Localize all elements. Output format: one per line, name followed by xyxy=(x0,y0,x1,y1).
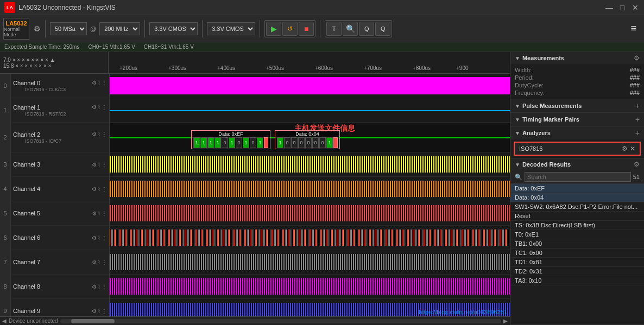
device-status: Device unconnected xyxy=(9,318,58,324)
maximize-button[interactable]: □ xyxy=(618,3,627,12)
link-icon-ch0[interactable]: ⋮ xyxy=(102,80,107,86)
iso7816-analyzer-row[interactable]: ISO7816 ⚙ ✕ xyxy=(514,142,641,156)
measurements-gear-icon[interactable]: ⚙ xyxy=(634,54,640,62)
scroll-right-arrow[interactable]: ▶ xyxy=(503,318,508,324)
scroll-track[interactable] xyxy=(60,319,501,323)
bit-p1-6: 1 xyxy=(229,137,235,148)
gear-icon-ch0[interactable]: ⚙ xyxy=(92,80,97,86)
wave-icon-ch7[interactable]: ⌇ xyxy=(98,259,100,265)
analyzers-add-icon[interactable]: + xyxy=(635,129,640,137)
decoded-results-list[interactable]: Data: 0xEF Data: 0x04 SW1-SW2: 0x6A82 Ds… xyxy=(510,184,644,324)
gear-icon-ch5[interactable]: ⚙ xyxy=(92,211,97,216)
decoded-item-4[interactable]: TS: 0x3B Dsc:Direct(LSB first) xyxy=(510,221,644,230)
decoded-item-8[interactable]: TD1: 0x81 xyxy=(510,258,644,267)
wave-icon-ch1[interactable]: ⌇ xyxy=(98,104,100,110)
toolbar-separator2 xyxy=(144,20,145,37)
channel-row-0: 0 Channel 0 ⚙ ⌇ ⋮ ISO7816 - CLK/C3 xyxy=(0,74,510,98)
timing-markers-header[interactable]: ▼ Timing Marker Pairs + xyxy=(510,113,644,126)
titlebar-controls: — □ ✕ xyxy=(605,3,640,12)
pulse-measurements-add-icon[interactable]: + xyxy=(635,101,640,110)
play-button[interactable]: ▶ xyxy=(266,22,281,36)
channel-name-6: Channel 6 xyxy=(13,234,40,241)
gear-icon-ch1[interactable]: ⚙ xyxy=(92,104,97,110)
gear-icon-ch9[interactable]: ⚙ xyxy=(92,308,97,314)
channels-area[interactable]: 0 Channel 0 ⚙ ⌇ ⋮ ISO7816 - CLK/C3 xyxy=(0,74,510,316)
analyzers-triangle: ▼ xyxy=(515,130,520,136)
timing-markers-add-icon[interactable]: + xyxy=(635,115,640,124)
menu-button[interactable]: ≡ xyxy=(626,23,641,34)
link-icon-ch4[interactable]: ⋮ xyxy=(102,186,107,192)
bit-p1-7: 0 xyxy=(236,137,242,148)
decoded-item-6[interactable]: TB1: 0x00 xyxy=(510,239,644,248)
waveform-3 xyxy=(110,156,510,173)
gear-icon-ch7[interactable]: ⚙ xyxy=(92,259,97,265)
link-icon-ch5[interactable]: ⋮ xyxy=(102,211,107,216)
voltage2-select[interactable]: 3.3V CMOS xyxy=(207,22,255,35)
scroll-thumb[interactable] xyxy=(71,319,115,323)
text-tool-button[interactable]: T xyxy=(326,22,342,36)
gear-icon-settings[interactable]: ⚙ xyxy=(34,24,41,33)
sample-rate-select[interactable]: 50 MSa xyxy=(50,22,87,35)
logo-line1: LA5032 xyxy=(5,20,27,27)
zoom-fit-button[interactable]: Q xyxy=(375,22,390,36)
decoded-item-1[interactable]: Data: 0x04 xyxy=(510,193,644,202)
link-icon-ch7[interactable]: ⋮ xyxy=(102,259,107,265)
decoded-item-2[interactable]: SW1-SW2: 0x6A82 Dsc:P1-P2 Error:File not… xyxy=(510,202,644,212)
decoded-item-7[interactable]: TC1: 0x00 xyxy=(510,248,644,258)
decoded-results-title: Decoded Results xyxy=(522,161,634,168)
decoded-search-bar: 🔍 51 xyxy=(510,170,644,184)
link-icon-ch9[interactable]: ⋮ xyxy=(102,308,107,314)
link-icon-ch2[interactable]: ⋮ xyxy=(102,131,107,137)
link-icon-ch1[interactable]: ⋮ xyxy=(102,104,107,110)
channel-row-7: 7 Channel 7 ⚙ ⌇ ⋮ xyxy=(0,250,510,275)
analyzers-header[interactable]: ▼ Analyzers + xyxy=(510,126,644,139)
minimize-button[interactable]: — xyxy=(605,3,614,12)
zoom-out-button[interactable]: Q xyxy=(359,22,374,36)
decoded-item-10[interactable]: TA3: 0x10 xyxy=(510,276,644,285)
horizontal-scrollbar[interactable]: ◀ Device unconnected ▶ xyxy=(0,316,510,325)
decoded-results-gear-icon[interactable]: ⚙ xyxy=(634,161,640,168)
wave-icon-ch6[interactable]: ⌇ xyxy=(98,235,100,241)
decoded-item-0[interactable]: Data: 0xEF xyxy=(510,184,644,193)
channel-num-4: 4 xyxy=(0,177,11,201)
close-button[interactable]: ✕ xyxy=(631,3,640,12)
gear-icon-ch6[interactable]: ⚙ xyxy=(92,235,97,241)
wave-icon-ch9[interactable]: ⌇ xyxy=(98,308,100,314)
decoded-results-header[interactable]: ▼ Decoded Results ⚙ xyxy=(510,158,644,170)
decoded-item-5[interactable]: T0: 0xE1 xyxy=(510,230,644,239)
analyzer-close-icon[interactable]: ✕ xyxy=(630,145,635,152)
search-input[interactable] xyxy=(525,172,631,182)
gear-icon-ch2[interactable]: ⚙ xyxy=(92,131,97,137)
gear-icon-ch8[interactable]: ⚙ xyxy=(92,284,97,290)
wave-icon-ch2[interactable]: ⌇ xyxy=(98,131,100,137)
pulse-measurements-header[interactable]: ▼ Pulse Measurements + xyxy=(510,99,644,112)
gear-icon-ch3[interactable]: ⚙ xyxy=(92,162,97,168)
link-icon-ch8[interactable]: ⋮ xyxy=(102,284,107,290)
decoded-results-triangle: ▼ xyxy=(515,162,520,168)
frequency-select[interactable]: 200 MHz xyxy=(99,22,140,35)
ch16-31-label: CH16~31 Vth:1.65 V xyxy=(144,44,194,50)
link-icon-ch3[interactable]: ⋮ xyxy=(102,162,107,168)
wave-icon-ch5[interactable]: ⌇ xyxy=(98,211,100,216)
decoded-item-3[interactable]: Reset xyxy=(510,212,644,221)
stop-button[interactable]: ■ xyxy=(299,22,314,36)
voltage1-select[interactable]: 3.3V CMOS xyxy=(149,22,198,35)
scroll-left-arrow[interactable]: ◀ xyxy=(2,318,7,324)
toolbar-separator4 xyxy=(260,20,260,37)
wave-icon-ch8[interactable]: ⌇ xyxy=(98,284,100,290)
at-label: @ xyxy=(89,26,97,32)
search-icon: 🔍 xyxy=(515,174,522,181)
wave-icon-ch3[interactable]: ⌇ xyxy=(98,162,100,168)
app-logo: LA xyxy=(4,2,15,13)
channel-label-5: Channel 5 ⚙ ⌇ ⋮ xyxy=(11,201,110,225)
link-icon-ch6[interactable]: ⋮ xyxy=(102,235,107,241)
decoded-item-9[interactable]: TD2: 0x31 xyxy=(510,267,644,276)
measurements-header[interactable]: ▼ Measurements ⚙ xyxy=(510,52,644,64)
wave-icon-ch4[interactable]: ⌇ xyxy=(98,186,100,192)
wave-icon-ch0[interactable]: ⌇ xyxy=(98,80,100,86)
gear-icon-ch4[interactable]: ⚙ xyxy=(92,186,97,192)
rewind-button[interactable]: ↺ xyxy=(282,22,298,36)
zoom-in-button[interactable]: 🔍 xyxy=(343,22,358,36)
waveform-6 xyxy=(110,230,510,246)
analyzer-gear-icon[interactable]: ⚙ xyxy=(622,145,628,152)
